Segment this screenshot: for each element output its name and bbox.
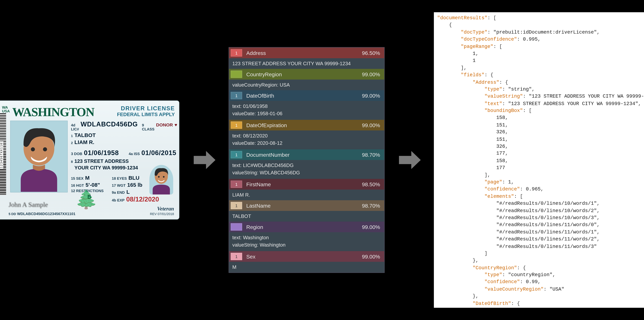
confidence-value: 96.50%	[362, 50, 384, 56]
dd-line: 5 DD WDLABCD456DG1234567XX1101	[8, 212, 76, 216]
wgt-value: 165 lb	[127, 182, 142, 188]
field-header-documentnumber[interactable]: 1DocumentNumber98.70%	[229, 150, 384, 160]
field-name: DateOfBirth	[246, 92, 362, 99]
field-name: CountryRegion	[246, 71, 362, 77]
field-detail: M	[229, 262, 384, 272]
confidence-value: 99.00%	[362, 122, 384, 128]
field-detail: LIAM R.	[229, 190, 384, 200]
signature: John A Sample	[8, 201, 48, 208]
extraction-results-panel: 1Address96.50%123 STREET ADDRESS YOUR CI…	[228, 47, 384, 273]
confidence-value: 99.00%	[362, 71, 384, 77]
avatar-small-icon	[150, 165, 173, 194]
count-badge: 1	[231, 180, 242, 188]
count-badge: 1	[231, 253, 242, 260]
count-badge: 1	[231, 202, 242, 210]
field-detail: text: LIC#WDLABCD456DGvalueString: WDLAB…	[229, 160, 384, 179]
tree-watermark-icon: 🌲	[75, 189, 98, 210]
field-detail: text: 01/06/1958valueDate: 1958-01-06	[229, 101, 384, 120]
field-detail: text: 08/12/2020valueDate: 2020-08-12	[229, 130, 384, 150]
field-name: FirstName	[246, 181, 362, 187]
donor-label: DONOR	[156, 122, 173, 127]
license-title-block: DRIVER LICENSE FEDERAL LIMITS APPLY	[117, 105, 175, 118]
svg-point-6	[158, 176, 160, 178]
exp-value: 08/12/2020	[126, 196, 159, 203]
license-title: DRIVER LICENSE	[117, 105, 175, 112]
license-photo	[10, 120, 68, 192]
confidence-value: 99.00%	[362, 224, 384, 230]
last-name: TALBOT	[74, 132, 96, 138]
driver-license-card: 1234567XX1101 WA USA WASHINGTON DRIVER L…	[0, 100, 179, 220]
field-header-dateofbirth[interactable]: 1DateOfBirth99.00%	[229, 90, 384, 101]
last-num: 1	[71, 134, 73, 138]
field-header-countryregion[interactable]: CountryRegion99.00%	[229, 69, 384, 80]
count-badge	[231, 70, 242, 78]
svg-point-7	[163, 176, 164, 178]
eyes-value: BLU	[128, 175, 140, 181]
field-header-firstname[interactable]: 1FirstName98.50%	[229, 179, 384, 190]
field-name: Sex	[246, 254, 362, 260]
dob-value: 01/06/1958	[84, 150, 119, 157]
field-name: LastName	[246, 202, 362, 209]
field-detail: TALBOT	[229, 211, 384, 222]
wgt-label: 17 WGT	[112, 184, 126, 188]
exp-label: 4b EXP	[112, 198, 124, 202]
confidence-value: 98.70%	[362, 152, 384, 158]
confidence-value: 99.00%	[362, 92, 384, 99]
end-value: L	[126, 189, 130, 195]
count-badge: 1	[231, 49, 242, 57]
vertical-barcode: 1234567XX1101	[0, 113, 6, 195]
dd-label: 5 DD	[8, 212, 16, 216]
addr-num: 8	[71, 160, 73, 164]
count-badge: 1	[231, 151, 242, 158]
first-name: LIAM R.	[74, 139, 94, 145]
iss-value: 01/06/2015	[141, 150, 176, 157]
dd-value: WDLABCD456DG1234567XX1101	[17, 212, 76, 216]
class-label: 9 CLASS	[142, 123, 154, 131]
rev-label: REV 07/01/2018	[150, 212, 174, 216]
end-label: 9a END	[112, 190, 125, 195]
hgt-value: 5'-08"	[86, 182, 100, 188]
veteran-label: Veteran	[150, 206, 174, 212]
field-header-lastname[interactable]: 1LastName98.70%	[229, 200, 384, 211]
state-name: WASHINGTON	[12, 105, 94, 119]
field-name: Region	[246, 224, 362, 230]
field-name: DocumentNumber	[246, 152, 362, 158]
field-header-address[interactable]: 1Address96.50%	[229, 48, 384, 58]
field-detail: 123 STREET ADDRESS YOUR CITY WA 99999-12…	[229, 58, 384, 69]
svg-point-2	[31, 147, 35, 151]
heart-icon: ♥	[174, 122, 177, 127]
license-subtitle: FEDERAL LIMITS APPLY	[117, 112, 175, 118]
field-header-dateofexpiration[interactable]: 1DateOfExpiration99.00%	[229, 120, 384, 130]
confidence-value: 99.00%	[362, 254, 384, 260]
sex-value: M	[85, 175, 90, 181]
country-abbr: USA	[2, 110, 10, 113]
state-country-abbr: WA USA	[2, 106, 10, 113]
lic-label: 4d LIC#	[71, 123, 79, 131]
barcode-text: 1234567XX1101	[0, 140, 3, 168]
iss-label: 4a ISS	[129, 152, 140, 156]
avatar-icon	[10, 121, 67, 192]
first-num: 2	[71, 141, 73, 145]
confidence-value: 98.50%	[362, 181, 384, 187]
sex-label: 15 SEX	[71, 176, 84, 180]
lic-value: WDLABCD456DG	[80, 120, 138, 128]
ghost-photo	[150, 165, 173, 194]
json-output: "documentResults": [ { "docType": "prebu…	[434, 12, 644, 308]
svg-point-3	[43, 147, 47, 151]
field-header-sex[interactable]: 1Sex99.00%	[229, 251, 384, 262]
addr-line2: YOUR CITY WA 99999-1234	[74, 165, 138, 171]
field-detail: valueCountryRegion: USA	[229, 80, 384, 90]
hgt-label: 16 HGT	[71, 184, 84, 188]
field-name: Address	[246, 50, 362, 56]
arrow-right-icon	[397, 148, 422, 172]
count-badge	[231, 223, 242, 231]
count-badge: 1	[231, 122, 242, 129]
field-name: DateOfExpiration	[246, 122, 362, 128]
addr-line1: 123 STREET ADDRESS	[74, 158, 129, 164]
arrow-right-icon	[192, 148, 216, 172]
eyes-label: 18 EYES	[112, 176, 127, 180]
dob-label: 3 DOB	[71, 152, 82, 156]
field-header-region[interactable]: Region99.00%	[229, 222, 384, 232]
field-detail: text: WashingtonvalueString: Washington	[229, 232, 384, 251]
count-badge: 1	[231, 92, 242, 100]
